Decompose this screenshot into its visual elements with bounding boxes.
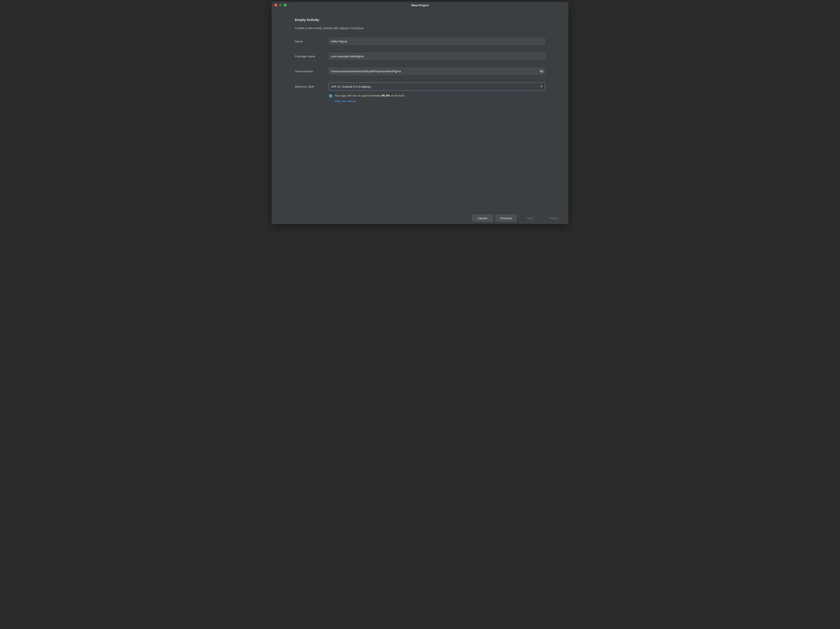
page-subtitle: Create a new empty activity with Jetpack… — [295, 26, 545, 30]
svg-point-2 — [330, 95, 331, 95]
page-title: Empty Activity — [295, 18, 545, 22]
minimize-window-icon[interactable] — [279, 4, 282, 6]
finish-button: Finish — [543, 214, 564, 222]
name-input[interactable] — [329, 38, 545, 45]
minimum-sdk-select[interactable]: API 21: Android 5.0 (Lollipop) — [329, 83, 545, 90]
window-controls — [275, 4, 287, 6]
sdk-info-percent: 99.3% — [382, 94, 390, 97]
row-location: Save location — [295, 68, 545, 75]
svg-rect-1 — [330, 96, 331, 97]
dialog-content: Empty Activity Create a new empty activi… — [272, 8, 568, 212]
row-package: Package name — [295, 53, 545, 60]
close-window-icon[interactable] — [275, 4, 277, 6]
row-name: Name — [295, 38, 545, 45]
next-button: Next — [519, 214, 540, 222]
package-input[interactable] — [329, 53, 545, 60]
previous-button[interactable]: Previous — [496, 214, 516, 222]
titlebar: New Project — [272, 2, 568, 8]
row-minimum-sdk: Minimum SDK API 21: Android 5.0 (Lollipo… — [295, 83, 545, 90]
cancel-button[interactable]: Cancel — [472, 214, 493, 222]
sdk-info: Your app will run on approximately 99.3%… — [329, 94, 545, 98]
package-label: Package name — [295, 55, 329, 58]
new-project-dialog: New Project Empty Activity Create a new … — [272, 2, 568, 224]
dialog-footer: Cancel Previous Next Finish — [272, 212, 568, 224]
sdk-label: Minimum SDK — [295, 85, 329, 88]
sdk-select-value: API 21: Android 5.0 (Lollipop) — [332, 85, 371, 88]
chevron-down-icon — [540, 86, 543, 87]
window-title: New Project — [272, 3, 568, 7]
info-icon — [329, 94, 333, 98]
browse-folder-icon[interactable] — [540, 69, 544, 73]
location-input[interactable] — [329, 68, 545, 75]
sdk-info-text: Your app will run on approximately 99.3%… — [334, 94, 406, 97]
location-label: Save location — [295, 69, 329, 73]
name-label: Name — [295, 39, 329, 43]
zoom-window-icon[interactable] — [284, 4, 287, 6]
help-me-choose-link[interactable]: Help me choose — [334, 99, 356, 103]
sdk-info-suffix: of devices. — [390, 94, 406, 97]
sdk-info-prefix: Your app will run on approximately — [334, 94, 382, 97]
